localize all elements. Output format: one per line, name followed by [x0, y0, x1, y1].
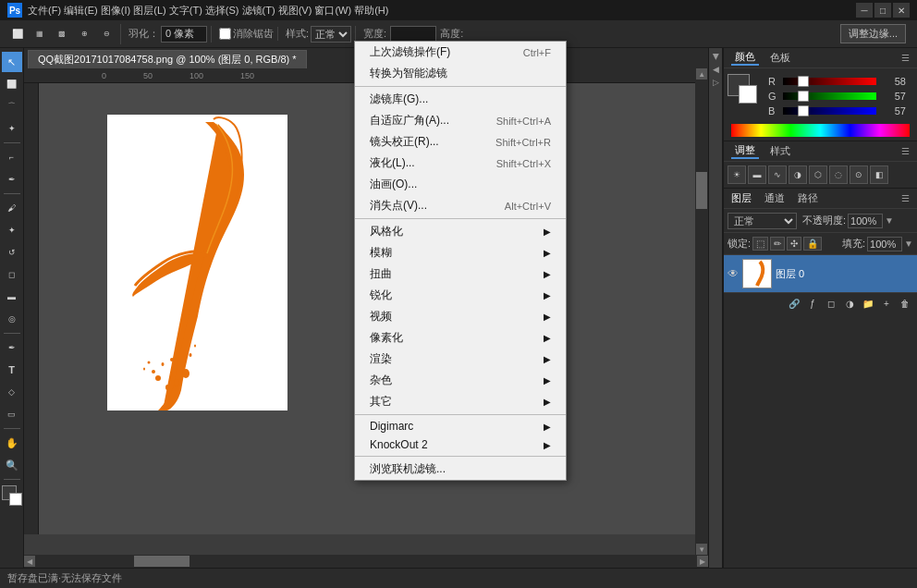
- new-group-btn[interactable]: 📁: [860, 296, 876, 312]
- filter-menu-item-11[interactable]: 锐化▶: [355, 285, 566, 306]
- filter-menu-item-14[interactable]: 渲染▶: [355, 349, 566, 370]
- levels-adj[interactable]: ▬: [748, 165, 766, 184]
- brightness-adj[interactable]: ☀: [727, 165, 746, 184]
- filter-menu-item-19[interactable]: 浏览联机滤镜...: [355, 459, 566, 480]
- filter-menu-item-6[interactable]: 油画(O)...: [355, 174, 566, 195]
- fill-dropdown[interactable]: ▼: [904, 239, 913, 249]
- g-slider[interactable]: [783, 92, 876, 100]
- link-layers-btn[interactable]: 🔗: [786, 296, 802, 312]
- filter-menu-item-3[interactable]: 自适应广角(A)...Shift+Ctrl+A: [355, 110, 566, 131]
- swatches-tab[interactable]: 色板: [766, 51, 794, 65]
- scroll-thumb[interactable]: [696, 172, 707, 209]
- blend-mode-select[interactable]: 正常: [727, 213, 797, 229]
- color-spectrum[interactable]: [731, 124, 910, 137]
- filter-menu-item-17[interactable]: Digimarc▶: [355, 417, 566, 435]
- filter-menu-item-16[interactable]: 其它▶: [355, 391, 566, 412]
- refine-edge-button[interactable]: 调整边缘...: [840, 24, 906, 43]
- filter-menu-item-8[interactable]: 风格化▶: [355, 221, 566, 242]
- filter-menu-item-9[interactable]: 模糊▶: [355, 242, 566, 263]
- adjust-tab[interactable]: 调整: [731, 143, 759, 159]
- adjustment-layer-btn[interactable]: ◑: [841, 296, 858, 312]
- curves-adj[interactable]: ∿: [768, 165, 787, 184]
- feather-input[interactable]: [161, 26, 207, 43]
- styles-tab[interactable]: 样式: [766, 144, 794, 158]
- select-option-3[interactable]: ⊕: [74, 24, 94, 44]
- lasso-tool[interactable]: ⌒: [2, 96, 22, 116]
- layer-mask-btn[interactable]: ◻: [823, 296, 839, 312]
- anti-alias-checkbox[interactable]: [219, 28, 231, 40]
- filter-menu-item-13[interactable]: 像素化▶: [355, 327, 566, 349]
- filter-menu-item-10[interactable]: 扭曲▶: [355, 263, 566, 285]
- scroll-down-btn[interactable]: ▼: [696, 544, 707, 555]
- layer-item[interactable]: 👁 图层 0: [724, 255, 917, 292]
- text-tool[interactable]: T: [2, 360, 22, 380]
- hand-tool[interactable]: ✋: [2, 433, 22, 453]
- eraser-tool[interactable]: ◻: [2, 264, 22, 285]
- filter-menu-item-1[interactable]: 转换为智能滤镜: [355, 63, 566, 84]
- move-tool[interactable]: ↖: [2, 52, 22, 72]
- color-panel-menu[interactable]: ☰: [901, 53, 910, 63]
- maximize-button[interactable]: □: [874, 3, 891, 18]
- select-tool[interactable]: ⬜: [2, 74, 22, 94]
- vertical-scrollbar[interactable]: ▲ ▼: [695, 68, 708, 555]
- g-slider-thumb[interactable]: [798, 91, 809, 102]
- scroll-left-btn[interactable]: ◀: [24, 556, 35, 567]
- scroll-up-btn[interactable]: ▲: [696, 68, 707, 80]
- filter-menu-item-4[interactable]: 镜头校正(R)...Shift+Ctrl+R: [355, 131, 566, 153]
- paths-tab[interactable]: 路径: [798, 191, 818, 205]
- wand-tool[interactable]: ✦: [2, 118, 22, 139]
- select-option-1[interactable]: ▦: [30, 24, 50, 44]
- layers-panel-menu[interactable]: ☰: [901, 193, 910, 203]
- rect-select-btn[interactable]: ⬜: [7, 24, 28, 44]
- side-btn-1[interactable]: ▶: [711, 54, 720, 60]
- scroll-right-btn[interactable]: ▶: [697, 556, 708, 567]
- filter-menu-item-15[interactable]: 杂色▶: [355, 370, 566, 391]
- bg-color-swatch[interactable]: [739, 85, 757, 104]
- r-slider[interactable]: [783, 78, 876, 85]
- pen-tool[interactable]: ✒: [2, 337, 22, 358]
- filter-menu-item-12[interactable]: 视频▶: [355, 306, 566, 327]
- r-slider-thumb[interactable]: [798, 76, 809, 87]
- lock-px-btn[interactable]: ⬚: [752, 237, 768, 251]
- width-input[interactable]: [390, 26, 436, 43]
- opacity-input[interactable]: [848, 214, 883, 228]
- lock-pos-btn[interactable]: ✣: [787, 237, 801, 251]
- gradient-tool[interactable]: ▬: [2, 287, 22, 307]
- opacity-dropdown[interactable]: ▼: [885, 215, 894, 226]
- side-btn-3[interactable]: ▷: [713, 78, 719, 87]
- hscroll-thumb[interactable]: [134, 556, 190, 567]
- zoom-tool[interactable]: 🔍: [2, 455, 22, 475]
- stamp-tool[interactable]: ✦: [2, 220, 22, 240]
- shape-tool[interactable]: ▭: [2, 404, 22, 424]
- delete-layer-btn[interactable]: 🗑: [897, 296, 913, 312]
- dodge-tool[interactable]: ◎: [2, 309, 22, 329]
- foreground-color[interactable]: [2, 485, 22, 506]
- filter-menu-item-2[interactable]: 滤镜库(G)...: [355, 89, 566, 110]
- select-option-2[interactable]: ▩: [52, 24, 72, 44]
- fill-input[interactable]: [867, 237, 902, 251]
- side-btn-2[interactable]: ◀: [713, 65, 719, 74]
- eyedrop-tool[interactable]: ✒: [2, 169, 22, 190]
- close-button[interactable]: ✕: [893, 3, 910, 18]
- horizontal-scrollbar[interactable]: ◀ ▶: [24, 555, 708, 568]
- b-slider-thumb[interactable]: [798, 105, 809, 116]
- filter-menu-item-5[interactable]: 液化(L)...Shift+Ctrl+X: [355, 153, 566, 174]
- style-select[interactable]: 正常: [311, 26, 351, 43]
- crop-tool[interactable]: ⌐: [2, 147, 22, 167]
- channels-tab[interactable]: 通道: [764, 191, 785, 205]
- image-tab[interactable]: QQ截图20171017084758.png @ 100% (图层 0, RGB…: [28, 50, 307, 68]
- color-tab[interactable]: 颜色: [731, 50, 759, 66]
- filter-menu-item-7[interactable]: 消失点(V)...Alt+Ctrl+V: [355, 195, 566, 216]
- hue-adj[interactable]: ◌: [829, 165, 848, 184]
- brush-tool[interactable]: 🖌: [2, 198, 22, 218]
- bw-adj[interactable]: ◧: [870, 165, 888, 184]
- vibrance-adj[interactable]: ⬡: [809, 165, 827, 184]
- exposure-adj[interactable]: ◑: [789, 165, 807, 184]
- path-tool[interactable]: ◇: [2, 382, 22, 402]
- new-layer-btn[interactable]: +: [878, 296, 895, 312]
- lock-paint-btn[interactable]: ✏: [770, 237, 785, 251]
- lock-all-btn[interactable]: 🔒: [803, 237, 822, 251]
- layers-tab[interactable]: 图层: [731, 191, 752, 205]
- colorbal-adj[interactable]: ⊙: [850, 165, 868, 184]
- b-slider[interactable]: [783, 107, 876, 115]
